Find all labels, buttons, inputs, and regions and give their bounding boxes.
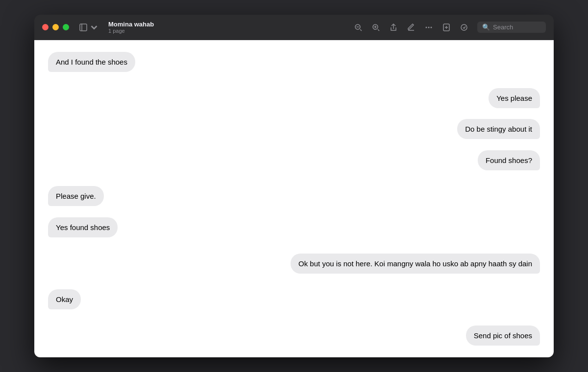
sidebar-toggle-button[interactable] [79,23,98,32]
message-bubble: Please give. [48,186,104,206]
minimize-button[interactable] [52,24,59,30]
add-page-button[interactable] [442,23,451,32]
svg-point-11 [428,26,430,28]
svg-point-12 [431,26,432,28]
search-bar[interactable]: 🔍 Search [477,22,546,33]
traffic-lights [42,24,69,30]
app-window: Momina wahab 1 page [34,15,554,357]
share-button[interactable] [389,23,398,32]
edit-button[interactable] [407,23,416,32]
message-bubble: And I found the shoes [48,52,135,72]
svg-rect-0 [80,24,87,31]
chevron-down-icon [90,23,98,32]
message-row: Okay [48,289,540,309]
window-subtitle: 1 page [108,28,154,34]
maximize-button[interactable] [63,24,69,30]
title-info: Momina wahab 1 page [108,21,154,34]
message-bubble: Ok but you is not here. Koi mangny wala … [291,254,540,274]
svg-point-16 [461,24,467,30]
message-bubble: Okay [48,289,81,309]
search-icon: 🔍 [482,23,490,31]
message-row: And I found the shoes [48,52,540,72]
svg-point-10 [426,26,427,28]
svg-line-4 [360,29,362,31]
message-bubble: Found shoes? [478,150,540,170]
message-row: Yes found shoes [48,217,540,237]
message-row: Please give. [48,186,540,206]
message-bubble: Send pic of shoes [466,326,540,346]
svg-line-8 [378,29,379,31]
markup-button[interactable] [460,23,468,32]
chat-area: And I found the shoesYes pleaseDo be sti… [34,40,554,357]
message-row: Send pic of shoes [48,326,540,346]
message-bubble: Yes please [489,88,540,108]
message-row: Do be stingy about it [48,119,540,139]
message-row: Yes please [48,88,540,108]
message-row: Ok but you is not here. Koi mangny wala … [48,254,540,274]
close-button[interactable] [42,24,49,30]
search-placeholder: Search [493,23,513,31]
zoom-in-button[interactable] [371,23,380,32]
message-bubble: Do be stingy about it [457,119,540,139]
toolbar-actions: 🔍 Search [354,22,546,33]
window-title: Momina wahab [108,21,154,28]
zoom-out-button[interactable] [354,23,363,32]
message-bubble: Yes found shoes [48,217,118,237]
titlebar: Momina wahab 1 page [34,15,554,40]
message-row: Found shoes? [48,150,540,170]
more-options-button[interactable] [424,23,433,32]
